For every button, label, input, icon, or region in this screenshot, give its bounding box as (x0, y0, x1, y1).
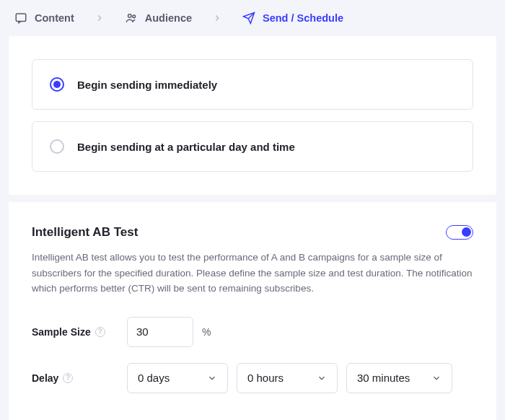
sample-size-row: Sample Size ? % (32, 317, 473, 347)
select-value: 0 days (138, 372, 170, 384)
breadcrumb-send-label: Send / Schedule (263, 12, 343, 24)
select-value: 0 hours (247, 372, 284, 384)
breadcrumb-content-label: Content (35, 12, 74, 24)
option-send-scheduled[interactable]: Begin sending at a particular day and ti… (32, 121, 473, 172)
option-label: Begin sending immediately (77, 79, 217, 91)
option-send-immediately[interactable]: Begin sending immediately (32, 59, 473, 110)
delay-minutes-select[interactable]: 30 minutes (346, 363, 452, 393)
breadcrumb-send-schedule[interactable]: Send / Schedule (242, 12, 343, 25)
send-icon (242, 12, 255, 25)
ab-test-card: Intelligent AB Test Intelligent AB test … (9, 202, 496, 420)
schedule-card: Begin sending immediately Begin sending … (9, 36, 496, 195)
help-icon[interactable]: ? (95, 327, 105, 337)
svg-point-1 (128, 14, 131, 18)
delay-hours-select[interactable]: 0 hours (237, 363, 338, 393)
delay-days-select[interactable]: 0 days (127, 363, 228, 393)
sample-size-label: Sample Size ? (32, 326, 118, 338)
breadcrumb: Content Audience Send / Schedule (0, 0, 505, 36)
audience-icon (125, 12, 138, 25)
sample-size-input[interactable] (127, 317, 193, 347)
select-value: 30 minutes (357, 372, 410, 384)
section-header: Intelligent AB Test (32, 225, 473, 240)
ab-test-toggle[interactable] (446, 225, 473, 240)
chevron-down-icon (207, 373, 217, 383)
breadcrumb-audience[interactable]: Audience (125, 12, 192, 25)
breadcrumb-audience-label: Audience (145, 12, 192, 24)
svg-rect-0 (16, 14, 26, 22)
radio-unchecked-icon (50, 139, 64, 154)
chevron-down-icon (431, 373, 442, 383)
svg-point-2 (133, 15, 136, 18)
chevron-right-icon (95, 13, 105, 23)
sample-size-unit: % (202, 326, 211, 338)
ab-test-description: Intelligent AB test allows you to test t… (32, 250, 473, 297)
chevron-right-icon (212, 13, 222, 23)
chevron-down-icon (317, 373, 327, 383)
help-icon[interactable]: ? (63, 373, 73, 383)
delay-label: Delay ? (32, 372, 118, 384)
delay-row: Delay ? 0 days 0 hours 30 minutes (32, 363, 473, 393)
radio-checked-icon (50, 77, 64, 92)
content-icon (14, 12, 27, 25)
ab-test-title: Intelligent AB Test (32, 225, 138, 240)
option-label: Begin sending at a particular day and ti… (77, 141, 295, 153)
breadcrumb-content[interactable]: Content (14, 12, 74, 25)
